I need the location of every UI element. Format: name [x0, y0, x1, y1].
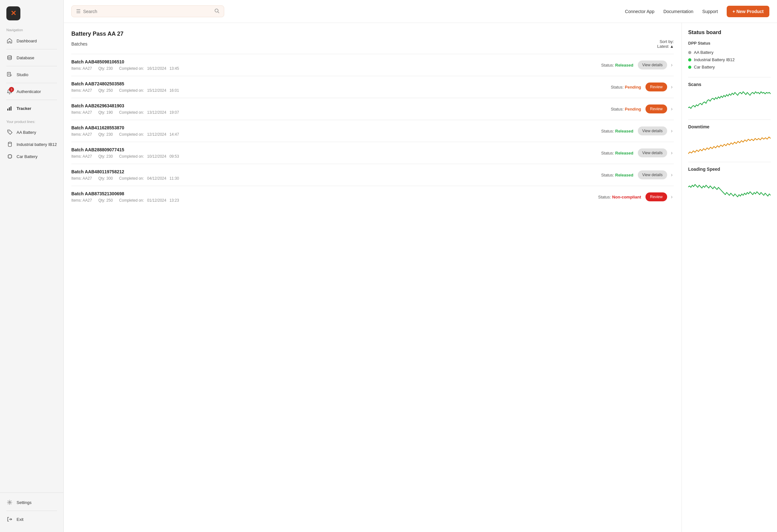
product-industrial-battery-label: Industrial battery IB12 — [17, 142, 57, 147]
sidebar-item-tracker[interactable]: Tracker — [0, 102, 64, 115]
batch-chevron-button[interactable]: › — [670, 149, 674, 157]
sidebar: ✕ Navigation Dashboard Database — [0, 0, 64, 532]
search-bar[interactable]: ☰ — [71, 5, 224, 17]
dpp-section: DPP Status AA Battery Industrial Battery… — [688, 41, 771, 71]
nav-link-connector-app[interactable]: Connector App — [625, 9, 655, 14]
batch-meta: Items: AA27 Qty: 230 Completed on: 16/12… — [71, 66, 179, 71]
edit-icon — [6, 71, 13, 78]
home-icon — [6, 37, 13, 44]
batch-action-button[interactable]: View details — [638, 171, 667, 179]
batch-chevron-button[interactable]: › — [670, 61, 674, 69]
tag-icon — [6, 129, 13, 136]
batch-items: Items: AA27 — [71, 198, 92, 203]
app-logo[interactable]: ✕ — [6, 6, 20, 20]
chart-title-downtime: Downtime — [688, 124, 771, 129]
product-item-aa-battery[interactable]: AA Battery — [0, 126, 64, 138]
sidebar-item-authenticator[interactable]: 3 Authenticator — [0, 85, 64, 98]
batch-action-button[interactable]: Review — [646, 104, 667, 113]
cylinder-icon — [6, 141, 13, 148]
settings-icon — [6, 499, 13, 506]
batch-chevron-button[interactable]: › — [670, 171, 674, 179]
logo-area: ✕ — [0, 6, 64, 27]
nav-divider-4 — [6, 100, 57, 100]
dpp-item-label: Industrial Battery IB12 — [694, 57, 735, 62]
sort-by: Sort by: Latest ▲ — [657, 39, 674, 49]
chart-icon — [6, 105, 13, 111]
sidebar-item-settings[interactable]: Settings — [0, 496, 64, 509]
dpp-item: Car Battery — [688, 64, 771, 71]
batch-items: Items: AA27 — [71, 154, 92, 158]
batch-id: Batch AAB411628553870 — [71, 125, 179, 130]
batch-status-value: Non-compliant — [612, 195, 641, 199]
batch-info: Batch AAB411628553870 Items: AA27 Qty: 2… — [71, 125, 179, 137]
sort-arrow-icon: ▲ — [670, 44, 674, 49]
product-item-car-battery[interactable]: Car Battery — [0, 150, 64, 163]
batch-row: Batch AAB724802503585 Items: AA27 Qty: 2… — [71, 76, 674, 98]
batch-chevron-button[interactable]: › — [670, 83, 674, 91]
chart-svg-downtime — [688, 132, 771, 157]
batch-action-button[interactable]: View details — [638, 148, 667, 157]
batch-action-button[interactable]: Review — [646, 83, 667, 91]
batch-qty: Qty: 250 — [98, 198, 113, 203]
search-input[interactable] — [83, 9, 212, 14]
nav-link-support[interactable]: Support — [702, 9, 718, 14]
header-nav: Connector App Documentation Support + Ne… — [625, 6, 769, 17]
sort-value: Latest — [657, 44, 668, 49]
page-title: Battery Pass AA 27 — [71, 30, 674, 37]
batch-status-label: Status: Pending — [611, 107, 641, 111]
chip-icon — [6, 153, 13, 160]
batches-label: Batches — [71, 41, 88, 46]
dpp-dot — [688, 66, 691, 69]
authenticator-badge: 3 — [9, 87, 14, 92]
batch-row: Batch AAB485098106510 Items: AA27 Qty: 2… — [71, 54, 674, 76]
sidebar-item-authenticator-label: Authenticator — [17, 89, 41, 94]
batch-info: Batch AAB873521300698 Items: AA27 Qty: 2… — [71, 191, 179, 203]
batch-id: Batch AAB873521300698 — [71, 191, 179, 196]
dpp-title: DPP Status — [688, 41, 771, 45]
batch-list: Batch AAB485098106510 Items: AA27 Qty: 2… — [71, 54, 674, 208]
new-product-button[interactable]: + New Product — [727, 6, 769, 17]
batch-action-button[interactable]: View details — [638, 126, 667, 135]
nav-divider-bottom — [6, 511, 57, 511]
batch-chevron-button[interactable]: › — [670, 105, 674, 113]
batch-action-button[interactable]: Review — [646, 192, 667, 201]
batch-id: Batch AAB262963481903 — [71, 103, 179, 108]
chart-svg-scans — [688, 90, 771, 115]
batch-items: Items: AA27 — [71, 66, 92, 71]
product-aa-battery-label: AA Battery — [17, 130, 36, 135]
batch-meta: Items: AA27 Qty: 190 Completed on: 13/12… — [71, 110, 179, 115]
charts-container: Scans Downtime Loading Speed — [688, 82, 771, 200]
batch-actions: Status: Released View details › — [601, 171, 674, 179]
batch-status-value: Released — [615, 63, 633, 68]
batch-completed: Completed on: 16/12/2024 13:45 — [119, 66, 179, 71]
batch-row: Batch AAB411628553870 Items: AA27 Qty: 2… — [71, 120, 674, 142]
product-lines-label: Your product lines: — [0, 115, 64, 126]
sidebar-bottom: Settings Exit — [0, 493, 64, 526]
batch-qty: Qty: 230 — [98, 66, 113, 71]
batch-info: Batch AAB480119758212 Items: AA27 Qty: 3… — [71, 169, 179, 181]
svg-point-0 — [8, 56, 11, 57]
bell-icon: 3 — [6, 88, 13, 95]
batch-status-value: Pending — [625, 107, 641, 111]
batch-items: Items: AA27 — [71, 132, 92, 137]
sidebar-item-database[interactable]: Database — [0, 51, 64, 64]
sidebar-item-dashboard[interactable]: Dashboard — [0, 34, 64, 47]
sidebar-item-studio[interactable]: Studio — [0, 68, 64, 81]
batch-completed: Completed on: 04/12/2024 11:30 — [119, 176, 179, 181]
sidebar-item-studio-label: Studio — [17, 72, 28, 77]
product-item-industrial-battery[interactable]: Industrial battery IB12 — [0, 138, 64, 150]
batch-chevron-button[interactable]: › — [670, 127, 674, 135]
batch-action-button[interactable]: View details — [638, 61, 667, 70]
sidebar-item-exit[interactable]: Exit — [0, 513, 64, 526]
svg-rect-4 — [7, 109, 8, 111]
batch-chevron-button[interactable]: › — [670, 193, 674, 201]
nav-link-documentation[interactable]: Documentation — [663, 9, 693, 14]
batch-status-label: Status: Non-compliant — [598, 195, 641, 199]
hamburger-icon[interactable]: ☰ — [76, 8, 81, 14]
status-board: Status board DPP Status AA Battery Indus… — [681, 23, 777, 532]
batch-actions: Status: Released View details › — [601, 148, 674, 157]
exit-label: Exit — [17, 517, 23, 522]
batch-status-label: Status: Pending — [611, 85, 641, 90]
nav-divider-3 — [6, 83, 57, 83]
chart-container-scans — [688, 90, 771, 115]
